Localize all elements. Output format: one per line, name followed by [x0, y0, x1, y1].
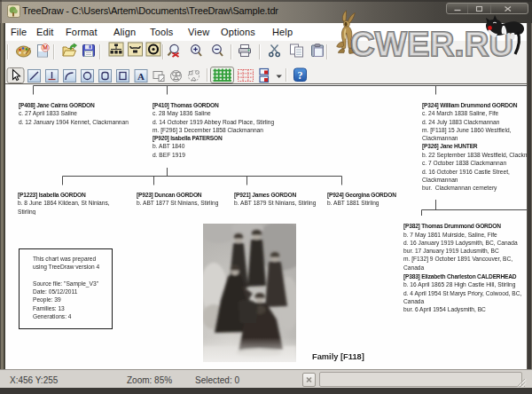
svg-text:M: M [43, 44, 48, 51]
svg-text:?: ? [298, 69, 303, 82]
svg-text:A: A [137, 71, 145, 82]
